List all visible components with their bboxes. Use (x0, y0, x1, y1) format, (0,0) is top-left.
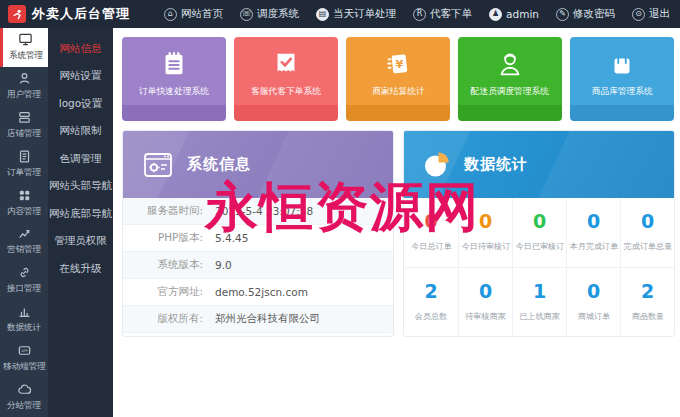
stat-today-pending-review: 0 今日待审核订 (458, 198, 512, 267)
system-info-header: 系统信息 (123, 131, 393, 198)
primary-sidebar: 系统管理 用户管理 店铺管理 订单管理 内容管理 营销管理 接口管理 数据统计 (0, 28, 48, 417)
sidebar-item-statistics[interactable]: 数据统计 (0, 300, 48, 339)
monitor-icon (18, 32, 33, 47)
app-icon: APP (17, 343, 32, 358)
shortcut-cards: 订单快速处理系统 客服代客下单系统 ¥ 商家结算统计 (122, 37, 675, 121)
card-courier-dispatch[interactable]: 配送员调度管理系统 (458, 37, 562, 121)
grid-icon (17, 188, 32, 203)
sidebar-item-marketing[interactable]: 营销管理 (0, 222, 48, 261)
today-orders-icon: ▤ (316, 8, 329, 21)
sidebar-item-substation[interactable]: 分站管理 (0, 377, 48, 416)
data-stats-title: 数据统计 (464, 155, 528, 174)
submenu-site-info[interactable]: 网站信息 (48, 35, 113, 63)
stat-product-count: 2 商品数量 (620, 267, 674, 336)
topbar-item-proxy-order[interactable]: R 代客下单 (413, 7, 472, 21)
card-proxy-order-system[interactable]: 客服代客下单系统 (234, 37, 338, 121)
submenu-header-nav[interactable]: 网站头部导航 (48, 173, 113, 201)
main-content: 订单快速处理系统 客服代客下单系统 ¥ 商家结算统计 (113, 28, 680, 417)
info-row-system-version: 系统版本: 9.0 (123, 252, 393, 279)
topbar-item-dispatch[interactable]: ☏ 调度系统 (240, 7, 299, 21)
app-title: 外卖人后台管理 (32, 5, 130, 23)
data-stats-header: 数据统计 (404, 131, 674, 198)
stat-mall-orders: 0 商城订单 (566, 267, 620, 336)
receipt-check-icon (271, 49, 301, 79)
sidebar-item-content[interactable]: 内容管理 (0, 183, 48, 222)
submenu-site-limits[interactable]: 网站限制 (48, 118, 113, 146)
topbar: 外卖人后台管理 ⌂ 网站首页 ☏ 调度系统 ▤ 当天订单处理 R 代客下单 ♟ … (0, 0, 680, 28)
user-icon: ♟ (489, 8, 502, 21)
topbar-item-admin[interactable]: ♟ admin (489, 8, 539, 21)
sidebar-item-mobile[interactable]: APP 移动端管理 (0, 338, 48, 377)
system-info-rows: 服务器时间: 2019-5-4 23:07:58 PHP版本: 5.4.45 系… (123, 198, 393, 333)
trend-chart-icon (17, 226, 32, 241)
sidebar-item-api[interactable]: 接口管理 (0, 261, 48, 300)
info-row-copyright: 版权所有: 郑州光合科技有限公司 (123, 306, 393, 333)
sidebar-item-system[interactable]: 系统管理 (0, 28, 48, 67)
stat-month-completed: 0 本月完成订单 (566, 198, 620, 267)
topbar-item-logout[interactable]: ⊙ 退出 (632, 7, 670, 21)
system-info-panel: 系统信息 服务器时间: 2019-5-4 23:07:58 PHP版本: 5.4… (122, 130, 394, 337)
proxy-order-icon: R (413, 8, 426, 21)
system-window-icon (141, 148, 175, 182)
stat-total-completed: 0 完成订单总量 (620, 198, 674, 267)
notepad-icon (159, 49, 189, 79)
info-row-official-site: 官方网址: demo.52jscn.com (123, 279, 393, 306)
brand: 外卖人后台管理 (8, 5, 130, 23)
logout-icon: ⊙ (632, 8, 645, 21)
cloud-icon (17, 382, 32, 397)
change-password-icon: ✎ (556, 8, 569, 21)
shop-icon (17, 110, 32, 125)
card-merchant-settlement[interactable]: ¥ 商家结算统计 (346, 37, 450, 121)
card-order-processing[interactable]: 订单快速处理系统 (122, 37, 226, 121)
pie-chart-icon (422, 150, 452, 180)
admin-dashboard: 外卖人后台管理 ⌂ 网站首页 ☏ 调度系统 ▤ 当天订单处理 R 代客下单 ♟ … (0, 0, 680, 417)
topbar-menu: ⌂ 网站首页 ☏ 调度系统 ▤ 当天订单处理 R 代客下单 ♟ admin ✎ … (164, 7, 670, 21)
app-logo-icon (8, 5, 26, 23)
dispatch-icon: ☏ (240, 8, 253, 21)
stat-today-reviewed: 0 今日已审核订 (512, 198, 566, 267)
shopping-bag-icon (607, 49, 637, 79)
svg-text:APP: APP (21, 349, 29, 353)
submenu-online-upgrade[interactable]: 在线升级 (48, 255, 113, 283)
document-icon (17, 149, 32, 164)
submenu-logo-settings[interactable]: logo设置 (48, 90, 113, 118)
topbar-item-home[interactable]: ⌂ 网站首页 (164, 7, 223, 21)
submenu-footer-nav[interactable]: 网站底部导航 (48, 200, 113, 228)
sidebar-item-shops[interactable]: 店铺管理 (0, 106, 48, 145)
link-icon (17, 265, 32, 280)
info-row-php-version: PHP版本: 5.4.45 (123, 225, 393, 252)
data-stats-panel: 数据统计 0 今日总订单 0 今日待审核订 0 今日已审核订 (403, 130, 675, 337)
info-row-server-time: 服务器时间: 2019-5-4 23:07:58 (123, 198, 393, 225)
submenu-color-management[interactable]: 色调管理 (48, 145, 113, 173)
sidebar-item-orders[interactable]: 订单管理 (0, 144, 48, 183)
courier-icon (495, 49, 525, 79)
sidebar-item-users[interactable]: 用户管理 (0, 67, 48, 106)
topbar-item-change-password[interactable]: ✎ 修改密码 (556, 7, 615, 21)
svg-text:¥: ¥ (395, 58, 403, 71)
topbar-item-today-orders[interactable]: ▤ 当天订单处理 (316, 7, 396, 21)
yen-money-icon: ¥ (383, 49, 413, 79)
card-product-library[interactable]: 商品库管理系统 (570, 37, 674, 121)
secondary-sidebar: 网站信息 网站设置 logo设置 网站限制 色调管理 网站头部导航 网站底部导航… (48, 28, 113, 417)
stat-pending-merchants: 0 待审核商家 (458, 267, 512, 336)
home-icon: ⌂ (164, 8, 177, 21)
submenu-admin-permissions[interactable]: 管理员权限 (48, 228, 113, 256)
stats-grid: 0 今日总订单 0 今日待审核订 0 今日已审核订 0 本月完成订单 (404, 198, 674, 336)
bar-chart-icon (17, 304, 32, 319)
system-info-title: 系统信息 (187, 155, 251, 174)
submenu-site-settings[interactable]: 网站设置 (48, 63, 113, 91)
stat-today-orders: 0 今日总订单 (404, 198, 458, 267)
user-icon (17, 71, 32, 86)
stat-online-merchants: 1 已上线商家 (512, 267, 566, 336)
stat-total-members: 2 会员总数 (404, 267, 458, 336)
